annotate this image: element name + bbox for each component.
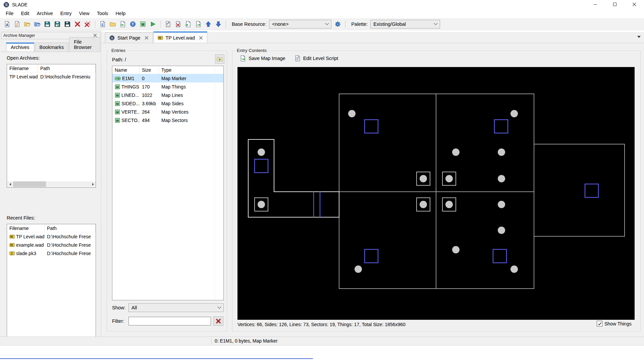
filter-input[interactable] (128, 317, 211, 325)
delete-entry-button[interactable] (173, 19, 183, 29)
scrollbar-track[interactable] (13, 181, 90, 187)
entry-row[interactable]: MVERTE...264Map Vertices (112, 108, 223, 116)
scrollbar-thumb[interactable] (13, 181, 46, 187)
map-lump-icon: M (115, 84, 120, 89)
chevron-down-icon (325, 21, 329, 25)
entries-list[interactable]: NameSizeTypeME1M10Map MarkerMTHINGS170Ma… (112, 66, 224, 300)
menu-help[interactable]: Help (112, 9, 129, 18)
entry-row[interactable]: MSIDED...3.69kbMap Sides (112, 99, 223, 108)
tab-list-dropdown-icon[interactable] (637, 36, 641, 38)
show-combobox[interactable]: All (128, 303, 224, 312)
menu-edit[interactable]: Edit (17, 9, 33, 18)
cell-name: MTHINGS (112, 84, 140, 89)
base-resource-settings-button[interactable] (333, 19, 343, 29)
menu-tools[interactable]: Tools (93, 9, 112, 18)
run-archive-button[interactable] (148, 19, 158, 29)
rename-entry-button[interactable] (163, 19, 173, 29)
svg-text:S: S (5, 3, 7, 7)
tab-start-page[interactable]: SStart Page (105, 33, 153, 43)
show-things-checkbox[interactable] (597, 321, 602, 326)
tab-bookmarks[interactable]: Bookmarks (35, 43, 69, 52)
close-tab-icon[interactable] (199, 36, 203, 40)
open-archives-list[interactable]: FilenamePathTP Level.wadD:\Hochschule Fr… (7, 64, 96, 188)
up-directory-button[interactable] (215, 54, 224, 64)
close-tab-icon[interactable] (145, 36, 149, 40)
tab-label: TP Level.wad (166, 35, 195, 41)
button-label: Edit Level Script (303, 56, 338, 61)
column-header-name[interactable]: Name (112, 66, 140, 74)
menu-file[interactable]: File (2, 9, 17, 18)
edit-level-script-button[interactable]: Edit Level Script (292, 54, 340, 62)
new-wad-button[interactable]: A (2, 19, 12, 29)
cell-text: example.wad (16, 242, 44, 248)
map-room-wall (339, 94, 436, 289)
horizontal-scrollbar[interactable] (7, 181, 96, 187)
save-all-button[interactable] (62, 19, 72, 29)
svg-text:M: M (117, 77, 119, 80)
toolbar-separator (95, 20, 95, 28)
entry-row[interactable]: MLINED...1022Map Lines (112, 91, 223, 99)
entry-row[interactable]: MSECTO...494Map Sectors (112, 116, 223, 124)
recent-files-list[interactable]: FilenamePathWTP Level.wadD:\Hochschule F… (7, 224, 96, 347)
palette-combobox[interactable]: Existing/Global (370, 20, 440, 28)
chevron-down-icon (434, 21, 438, 25)
menu-entry[interactable]: Entry (57, 9, 75, 18)
import-entry-button[interactable] (183, 19, 193, 29)
column-header-path[interactable]: Path (45, 224, 96, 232)
entry-row[interactable]: ME1M10Map Marker (112, 74, 223, 82)
tab-tp-level-wad[interactable]: WTP Level.wad (153, 32, 208, 43)
cell-text: TP Level.wad (9, 74, 38, 79)
tab-archives[interactable]: Archives (6, 43, 34, 52)
open-archive-button[interactable] (22, 19, 32, 29)
new-directory-button[interactable] (108, 19, 118, 29)
save-as-button[interactable] (52, 19, 62, 29)
recent-file-row[interactable]: WTP Level.wadD:\Hochschule Frese (7, 232, 96, 241)
column-header-filename[interactable]: Filename (7, 224, 45, 232)
toolbar-separator (345, 20, 345, 28)
move-up-button[interactable] (203, 19, 213, 29)
column-header-type[interactable]: Type (159, 66, 215, 74)
play-icon (150, 21, 156, 27)
menu-view[interactable]: View (75, 9, 93, 18)
recent-file-row[interactable]: Wexample.wadD:\Hochschule Frese (7, 241, 96, 249)
archive-manager-panel: Archive Manager ArchivesBookmarksFile Br… (0, 30, 101, 337)
save-button[interactable] (42, 19, 52, 29)
column-header-filename[interactable]: Filename (7, 64, 38, 72)
scroll-right-button[interactable] (90, 181, 96, 187)
texture-editor-button[interactable]: T (128, 19, 138, 29)
cell-text: slade.pk3 (16, 251, 36, 256)
menu-archive[interactable]: Archive (33, 9, 56, 18)
column-header-size[interactable]: Size (140, 66, 159, 74)
export-entry-button[interactable] (193, 19, 203, 29)
import-files-button[interactable] (118, 19, 128, 29)
column-header-path[interactable]: Path (38, 64, 96, 72)
status-bar: 0: E1M1, 0 bytes, Map Marker (0, 337, 644, 346)
cell-text: D:\Hochschule Frese (47, 234, 91, 239)
open-archives-label: Open Archives: (7, 55, 40, 61)
close-archive-button[interactable] (72, 19, 83, 29)
entry-row[interactable]: MTHINGS170Map Things (112, 82, 223, 91)
tab-file-browser[interactable]: File Browser (69, 37, 100, 52)
clear-filter-button[interactable] (213, 316, 223, 326)
cell-path: D:\Hochschule Frese (45, 251, 96, 256)
red-x-icon (74, 21, 81, 27)
close-button[interactable] (625, 0, 644, 9)
open-directory-button[interactable] (32, 19, 42, 29)
new-zip-button[interactable]: Z (12, 19, 22, 29)
doc-z-icon: Z (14, 21, 20, 27)
scroll-left-button[interactable] (7, 181, 13, 187)
map-editor-button[interactable]: M (138, 19, 148, 29)
open-archive-row[interactable]: TP Level.wadD:\Hochschule Freseniu (7, 72, 96, 81)
triangle-right-icon (92, 183, 94, 186)
close-all-button[interactable] (83, 19, 93, 29)
base-resource-combobox[interactable]: <none> (269, 20, 331, 28)
move-down-button[interactable] (213, 19, 223, 29)
maximize-button[interactable] (605, 0, 625, 9)
recent-file-row[interactable]: Zslade.pk3D:\Hochschule Frese (7, 249, 96, 257)
map-m-icon: M (140, 21, 146, 27)
list-header: FilenamePath (7, 64, 96, 72)
save-map-image-button[interactable]: Save Map Image (237, 54, 287, 62)
close-icon (94, 34, 97, 37)
minimize-button[interactable] (586, 0, 605, 9)
new-entry-button[interactable]: E (98, 19, 108, 29)
